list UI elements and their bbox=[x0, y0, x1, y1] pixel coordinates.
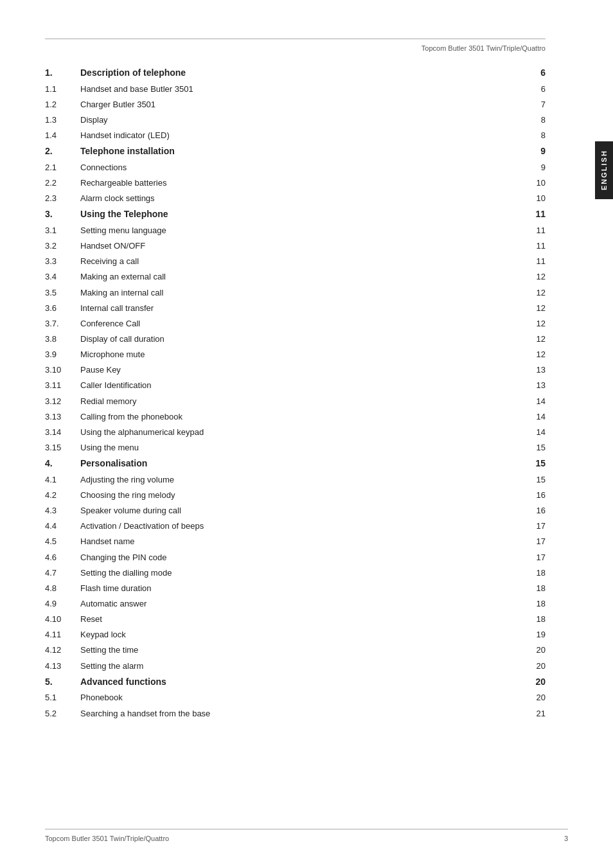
toc-item-title: Handset ON/OFF bbox=[80, 238, 535, 254]
toc-item-num: 4.2 bbox=[45, 488, 80, 503]
toc-section-num: 4. bbox=[45, 456, 80, 472]
toc-item-num: 3.3 bbox=[45, 254, 80, 269]
toc-item-page: 11 bbox=[535, 223, 568, 238]
toc-item-title: Pause Key bbox=[80, 362, 535, 378]
toc-item-title: Setting the alarm bbox=[80, 659, 535, 674]
toc-item: 2.1Connections9 bbox=[45, 160, 568, 175]
toc-item-num: 3.1 bbox=[45, 223, 80, 238]
toc-item-num: 4.8 bbox=[45, 581, 80, 596]
toc-item: 1.1Handset and base Butler 35016 bbox=[45, 82, 568, 97]
toc-item: 4.1Adjusting the ring volume15 bbox=[45, 472, 568, 488]
toc-item-title: Rechargeable batteries bbox=[80, 175, 535, 191]
toc-item-num: 4.12 bbox=[45, 642, 80, 658]
toc-item-num: 3.8 bbox=[45, 332, 80, 347]
toc-item-page: 10 bbox=[535, 191, 568, 206]
toc-item: 3.5Making an internal call12 bbox=[45, 285, 568, 301]
toc-item: 3.9Microphone mute12 bbox=[45, 347, 568, 362]
side-tab-english: ENGLISH bbox=[595, 141, 613, 199]
toc-item-page: 13 bbox=[535, 378, 568, 393]
toc-item-num: 4.3 bbox=[45, 503, 80, 518]
toc-item-title: Choosing the ring melody bbox=[80, 488, 535, 503]
toc-item-num: 3.9 bbox=[45, 347, 80, 362]
toc-section-num: 2. bbox=[45, 143, 80, 160]
toc-item-num: 2.1 bbox=[45, 160, 80, 175]
toc-item-title: Caller Identification bbox=[80, 378, 535, 393]
toc-item-page: 14 bbox=[535, 409, 568, 425]
toc-item: 3.13Calling from the phonebook14 bbox=[45, 409, 568, 425]
toc-item-page: 18 bbox=[535, 596, 568, 612]
toc-section-num: 5. bbox=[45, 674, 80, 691]
toc-item-num: 3.10 bbox=[45, 362, 80, 378]
toc-item-num: 3.12 bbox=[45, 394, 80, 409]
toc-item-page: 21 bbox=[535, 706, 568, 722]
toc-item: 3.1Setting menu language11 bbox=[45, 223, 568, 238]
toc-item: 4.9Automatic answer18 bbox=[45, 596, 568, 612]
toc-item: 3.8Display of call duration12 bbox=[45, 332, 568, 347]
toc-item-page: 6 bbox=[535, 82, 568, 97]
toc-item: 3.14Using the alphanumerical keypad14 bbox=[45, 425, 568, 440]
toc-item-page: 12 bbox=[535, 285, 568, 301]
toc-item-page: 17 bbox=[535, 550, 568, 565]
toc-item-page: 20 bbox=[535, 659, 568, 674]
toc-item-page: 18 bbox=[535, 565, 568, 581]
toc-item: 4.5Handset name17 bbox=[45, 534, 568, 549]
toc-item-num: 4.7 bbox=[45, 565, 80, 581]
toc-item: 3.4Making an external call12 bbox=[45, 269, 568, 285]
toc-section-title: Telephone installation bbox=[80, 143, 535, 160]
toc-section-page: 9 bbox=[535, 143, 568, 160]
toc-item-title: Microphone mute bbox=[80, 347, 535, 362]
toc-item-title: Conference Call bbox=[80, 316, 535, 332]
toc-item-num: 1.4 bbox=[45, 128, 80, 143]
toc-section-header: 2.Telephone installation9 bbox=[45, 143, 568, 160]
toc-item-title: Using the alphanumerical keypad bbox=[80, 425, 535, 440]
toc-item-num: 1.1 bbox=[45, 82, 80, 97]
toc-section-header: 1.Description of telephone6 bbox=[45, 65, 568, 82]
toc-item-page: 8 bbox=[535, 112, 568, 128]
toc-item-num: 3.7. bbox=[45, 316, 80, 332]
toc-item: 4.13Setting the alarm20 bbox=[45, 659, 568, 674]
header-title: Topcom Butler 3501 Twin/Triple/Quattro bbox=[422, 44, 546, 52]
toc-item-page: 8 bbox=[535, 128, 568, 143]
toc-item-page: 19 bbox=[535, 627, 568, 642]
toc-item-num: 3.2 bbox=[45, 238, 80, 254]
toc-item: 3.12Redial memory14 bbox=[45, 394, 568, 409]
toc-item-page: 12 bbox=[535, 316, 568, 332]
toc-item: 4.12Setting the time20 bbox=[45, 642, 568, 658]
toc-item: 4.7Setting the dialling mode18 bbox=[45, 565, 568, 581]
toc-item: 3.15Using the menu15 bbox=[45, 440, 568, 456]
toc-item-num: 3.4 bbox=[45, 269, 80, 285]
toc-item-title: Setting menu language bbox=[80, 223, 535, 238]
page: ENGLISH Topcom Butler 3501 Twin/Triple/Q… bbox=[0, 0, 613, 868]
toc-item-page: 11 bbox=[535, 254, 568, 269]
toc-item-page: 12 bbox=[535, 332, 568, 347]
toc-item-num: 4.9 bbox=[45, 596, 80, 612]
toc-section-num: 1. bbox=[45, 65, 80, 82]
toc-item-num: 4.10 bbox=[45, 612, 80, 627]
toc-item-page: 9 bbox=[535, 160, 568, 175]
toc-item-page: 13 bbox=[535, 362, 568, 378]
toc-item: 4.4Activation / Deactivation of beeps17 bbox=[45, 518, 568, 534]
toc-table: 1.Description of telephone61.1Handset an… bbox=[45, 65, 568, 722]
toc-section-title: Advanced functions bbox=[80, 674, 535, 691]
side-tab-label: ENGLISH bbox=[600, 150, 608, 191]
toc-item-num: 4.4 bbox=[45, 518, 80, 534]
toc-item-page: 12 bbox=[535, 301, 568, 316]
toc-item-title: Searching a handset from the base bbox=[80, 706, 535, 722]
toc-item-title: Connections bbox=[80, 160, 535, 175]
toc-item-title: Reset bbox=[80, 612, 535, 627]
toc-item-num: 4.6 bbox=[45, 550, 80, 565]
toc-item-num: 5.1 bbox=[45, 690, 80, 705]
toc-item-page: 18 bbox=[535, 612, 568, 627]
toc-item-num: 4.11 bbox=[45, 627, 80, 642]
toc-item-num: 3.6 bbox=[45, 301, 80, 316]
toc-item-num: 4.13 bbox=[45, 659, 80, 674]
toc-item: 3.2Handset ON/OFF11 bbox=[45, 238, 568, 254]
top-header: Topcom Butler 3501 Twin/Triple/Quattro bbox=[45, 39, 546, 52]
toc-item-title: Changing the PIN code bbox=[80, 550, 535, 565]
toc-item-title: Handset and base Butler 3501 bbox=[80, 82, 535, 97]
toc-section-header: 3.Using the Telephone11 bbox=[45, 206, 568, 223]
toc-item-page: 15 bbox=[535, 472, 568, 488]
toc-item: 5.2Searching a handset from the base21 bbox=[45, 706, 568, 722]
toc-item-page: 20 bbox=[535, 642, 568, 658]
toc-item-page: 7 bbox=[535, 97, 568, 112]
